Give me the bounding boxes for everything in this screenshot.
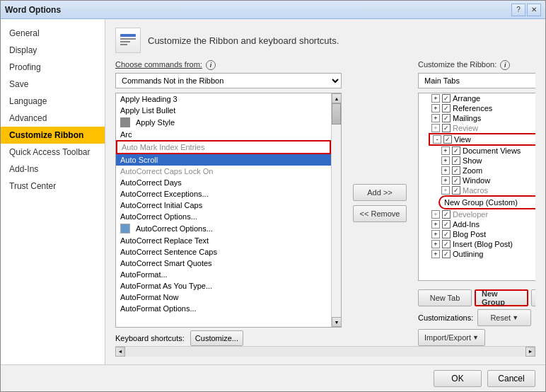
sidebar-item-language[interactable]: Language bbox=[1, 93, 105, 110]
scroll-track[interactable] bbox=[332, 103, 341, 317]
list-item[interactable]: AutoCorrect Sentence Caps bbox=[116, 246, 331, 258]
tree-item-references[interactable]: + References bbox=[429, 103, 535, 113]
sidebar-item-customize-ribbon[interactable]: Customize Ribbon bbox=[1, 127, 105, 144]
list-item[interactable]: AutoCorrect Options... bbox=[116, 222, 331, 235]
list-item[interactable]: Auto Mark Index Entries bbox=[116, 140, 331, 154]
scroll-thumb[interactable] bbox=[332, 103, 341, 125]
expander-insert-blog[interactable]: + bbox=[431, 240, 440, 248]
expander-review[interactable]: + bbox=[431, 124, 440, 132]
rename-button[interactable]: Rename... bbox=[531, 289, 535, 306]
list-item-auto-scroll[interactable]: Auto Scroll bbox=[116, 154, 331, 166]
tree-item-view[interactable]: - View bbox=[429, 133, 535, 146]
list-item[interactable]: AutoCorrect Replace Text bbox=[116, 235, 331, 246]
expander-developer[interactable]: + bbox=[431, 210, 440, 219]
reset-button[interactable]: Reset ▼ bbox=[477, 309, 531, 326]
list-item[interactable]: AutoFormat Options... bbox=[116, 303, 331, 314]
tree-item-arrange[interactable]: + Arrange bbox=[429, 93, 535, 103]
checkbox-add-ins[interactable] bbox=[442, 220, 451, 229]
help-button[interactable]: ? bbox=[511, 4, 525, 16]
sidebar-item-display[interactable]: Display bbox=[1, 42, 105, 59]
checkbox-window[interactable] bbox=[452, 176, 460, 185]
sidebar-item-save[interactable]: Save bbox=[1, 76, 105, 93]
list-item[interactable]: AutoCorrect Caps Lock On bbox=[116, 166, 331, 177]
sidebar-item-trust-center[interactable]: Trust Center bbox=[1, 178, 105, 195]
list-item[interactable]: Arc bbox=[116, 129, 331, 140]
checkbox-developer[interactable] bbox=[442, 210, 451, 219]
checkbox-outlining[interactable] bbox=[442, 250, 451, 258]
tree-item-add-ins[interactable]: + Add-Ins bbox=[429, 219, 535, 229]
scroll-up-btn[interactable]: ▲ bbox=[332, 93, 342, 103]
checkbox-blog-post[interactable] bbox=[442, 230, 451, 238]
sidebar-item-advanced[interactable]: Advanced bbox=[1, 110, 105, 127]
list-item[interactable]: AutoCorrect Exceptions... bbox=[116, 188, 331, 200]
expander-arrange[interactable]: + bbox=[431, 94, 440, 103]
tree-item-window[interactable]: + Window bbox=[438, 175, 535, 185]
list-item[interactable]: AutoCorrect Days bbox=[116, 177, 331, 188]
expander-doc-views[interactable]: + bbox=[441, 146, 450, 155]
sidebar-item-general[interactable]: General bbox=[1, 25, 105, 42]
close-button[interactable]: ✕ bbox=[527, 4, 541, 16]
list-item[interactable]: AutoFormat... bbox=[116, 269, 331, 280]
expander-add-ins[interactable]: + bbox=[431, 220, 440, 229]
add-button[interactable]: Add >> bbox=[353, 184, 407, 201]
list-item[interactable]: AutoCorrect Smart Quotes bbox=[116, 258, 331, 269]
tree-item-insert-blog[interactable]: + Insert (Blog Post) bbox=[429, 239, 535, 249]
tree-item-zoom[interactable]: + Zoom bbox=[438, 166, 535, 175]
tree-item-doc-views[interactable]: + Document Views bbox=[438, 146, 535, 156]
tree-item-review[interactable]: + Review bbox=[429, 123, 535, 133]
h-scroll-track[interactable] bbox=[125, 347, 525, 357]
tree-item-outlining[interactable]: + Outlining bbox=[429, 249, 535, 259]
keyboard-customize-btn[interactable]: Customize... bbox=[190, 330, 243, 346]
right-listbox-inner[interactable]: + Arrange + References bbox=[419, 93, 535, 280]
checkbox-arrange[interactable] bbox=[442, 94, 451, 103]
new-group-button[interactable]: New Group bbox=[475, 289, 528, 306]
list-item[interactable]: AutoCorrect Initial Caps bbox=[116, 200, 331, 211]
cancel-button[interactable]: Cancel bbox=[487, 370, 535, 387]
tree-item-blog-post[interactable]: + Blog Post bbox=[429, 229, 535, 239]
h-scroll-container[interactable]: ◄ ► bbox=[115, 346, 535, 356]
expander-macros[interactable]: + bbox=[441, 186, 450, 195]
checkbox-show[interactable] bbox=[452, 156, 460, 165]
new-tab-button[interactable]: New Tab bbox=[418, 289, 472, 306]
expander-zoom[interactable]: + bbox=[441, 166, 450, 175]
commands-dropdown[interactable]: Commands Not in the Ribbon bbox=[115, 73, 342, 88]
expander-mailings[interactable]: + bbox=[431, 114, 440, 122]
sidebar-item-quick-access[interactable]: Quick Access Toolbar bbox=[1, 144, 105, 161]
ok-button[interactable]: OK bbox=[434, 370, 482, 387]
tree-item-mailings[interactable]: + Mailings bbox=[429, 113, 535, 123]
checkbox-zoom[interactable] bbox=[452, 166, 460, 175]
sidebar-item-proofing[interactable]: Proofing bbox=[1, 59, 105, 76]
list-item[interactable]: Apply Style bbox=[116, 116, 331, 129]
expander-blog-post[interactable]: + bbox=[431, 230, 440, 238]
list-item[interactable]: AutoCorrect Options... bbox=[116, 211, 331, 222]
ribbon-dropdown[interactable]: Main Tabs bbox=[418, 73, 535, 88]
expander-outlining[interactable]: + bbox=[431, 250, 440, 258]
h-scroll-right[interactable]: ► bbox=[525, 347, 535, 357]
remove-button[interactable]: << Remove bbox=[353, 205, 407, 222]
list-item[interactable]: Apply Heading 3 bbox=[116, 93, 331, 105]
expander-window[interactable]: + bbox=[441, 176, 450, 185]
list-item[interactable]: AutoFormat As You Type... bbox=[116, 280, 331, 292]
checkbox-mailings[interactable] bbox=[442, 114, 451, 122]
tree-item-show[interactable]: + Show bbox=[438, 156, 535, 166]
list-item[interactable]: Apply List Bullet bbox=[116, 105, 331, 116]
left-scrollbar[interactable]: ▲ ▼ bbox=[331, 93, 341, 327]
expander-show[interactable]: + bbox=[441, 156, 450, 165]
list-item[interactable]: AutoFormat Now bbox=[116, 292, 331, 303]
checkbox-insert-blog[interactable] bbox=[442, 240, 451, 248]
left-listbox-inner[interactable]: Apply Heading 3 Apply List Bullet Apply … bbox=[116, 93, 331, 327]
expander-references[interactable]: + bbox=[431, 104, 440, 113]
import-export-button[interactable]: Import/Export ▼ bbox=[418, 329, 485, 346]
tree-item-developer[interactable]: + Developer bbox=[429, 209, 535, 219]
tree-item-macros[interactable]: + Macros bbox=[438, 185, 535, 195]
expander-view[interactable]: - bbox=[433, 135, 441, 144]
checkbox-macros[interactable] bbox=[452, 186, 460, 195]
checkbox-review[interactable] bbox=[442, 124, 451, 132]
checkbox-references[interactable] bbox=[442, 104, 451, 113]
sidebar-item-add-ins[interactable]: Add-Ins bbox=[1, 161, 105, 178]
scroll-down-btn[interactable]: ▼ bbox=[332, 317, 342, 327]
h-scroll-left[interactable]: ◄ bbox=[115, 347, 125, 357]
checkbox-doc-views[interactable] bbox=[452, 146, 460, 155]
tree-item-new-group-custom[interactable]: New Group (Custom) bbox=[438, 195, 535, 209]
checkbox-view[interactable] bbox=[443, 135, 452, 144]
